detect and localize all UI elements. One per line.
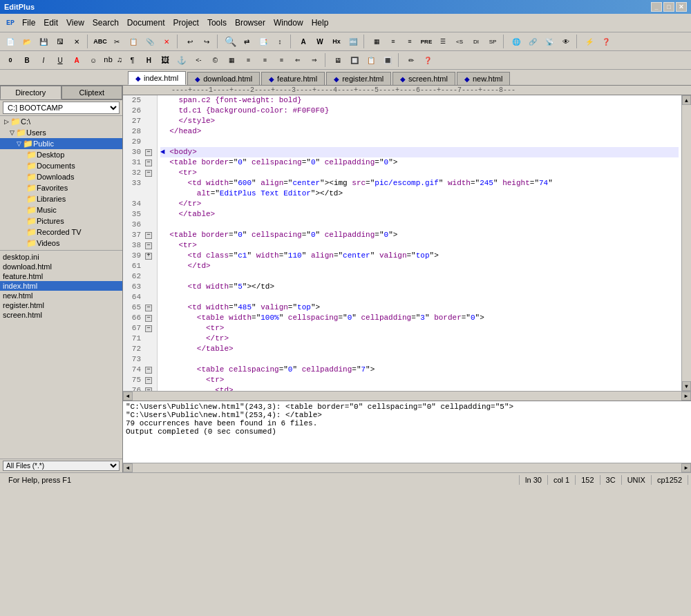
code-lines[interactable]: span.c2 {font-weight: bold} td.c1 {backg… [158,95,681,391]
findfile-button[interactable]: 📑 [256,34,271,49]
open-button[interactable]: 📂 [19,34,35,49]
sidebar-tab-directory[interactable]: Directory [0,86,61,99]
tb2-x2[interactable]: ❓ [420,52,435,68]
tb2-al3[interactable]: ≡ [274,52,289,68]
spellcheck-button[interactable]: ABC [93,34,108,49]
fold-btn-38[interactable]: − [144,242,153,249]
output-scroll-right[interactable]: ► [681,463,691,472]
tb2-al2[interactable]: ≡ [257,52,272,68]
find-button[interactable]: 🔍 [223,34,238,49]
tb2-img[interactable]: 🖼 [158,52,173,68]
script-button[interactable]: <S [452,34,467,49]
replace-button[interactable]: ⇄ [239,34,254,49]
goto-button[interactable]: ↕ [272,34,287,49]
save-all-button[interactable]: 🖫 [53,34,68,49]
file-filter-dropdown[interactable]: All Files (*.*) [3,461,120,471]
undo-button[interactable]: ↩ [182,34,198,49]
tab-download-html[interactable]: ◆ download.html [187,72,260,85]
para-btn[interactable]: ¶ [124,52,140,68]
fold-btn-74[interactable]: − [144,367,153,374]
redo-button[interactable]: ↪ [199,34,214,49]
fold-btn-67[interactable]: − [144,325,153,332]
drive-dropdown[interactable]: C:] BOOTCAMP [3,102,120,114]
menu-edit[interactable]: Edit [39,17,62,29]
sidebar-tab-cliptext[interactable]: Cliptext [61,86,123,99]
output-scroll-left[interactable]: ◄ [123,463,133,472]
output-panel[interactable]: "C:\Users\Public\new.html"(243,3): <tabl… [123,401,691,463]
tab-new-html[interactable]: ◆ new.html [457,72,510,85]
tree-item-downloads[interactable]: 📁 Downloads [0,171,122,182]
underline-format[interactable]: U [53,52,68,68]
view-btn[interactable]: 👁 [558,34,574,49]
fold-btn-31[interactable]: − [144,160,153,166]
tb2-view4[interactable]: 🔳 [380,52,395,68]
format4-button[interactable]: 🔤 [346,34,361,49]
maximize-button[interactable]: □ [663,2,674,12]
menu-tools[interactable]: Tools [203,17,231,29]
align2-button[interactable]: ≡ [402,34,417,49]
tree-item-public[interactable]: ▽ 📁 Public [0,138,122,149]
tree-item-videos[interactable]: 📁 Videos [0,238,122,249]
file-item-registerhtml[interactable]: register.html [0,300,122,310]
menu-help[interactable]: Help [307,17,333,29]
fold-btn-37[interactable]: − [144,232,153,239]
close-button2[interactable]: ✕ [69,34,84,49]
file-item-downloadhtml[interactable]: download.html [0,262,122,271]
tab-feature-html[interactable]: ◆ feature.html [261,72,325,85]
font-color[interactable]: A [69,52,84,68]
file-item-newhtml[interactable]: new.html [0,291,122,300]
scroll-right-button[interactable]: ► [681,392,691,401]
fold-btn-39[interactable]: + [144,253,153,260]
copy-button[interactable]: 📋 [126,34,141,49]
tree-item-favorites[interactable]: 📁 Favorites [0,182,122,193]
tree-item-libraries[interactable]: 📁 Libraries [0,193,122,204]
paste-button[interactable]: 📎 [142,34,158,49]
browser-btn1[interactable]: 🌐 [509,34,524,49]
ftp-button[interactable]: 📡 [542,34,557,49]
tab-screen-html[interactable]: ◆ screen.html [392,72,455,85]
left-btn[interactable]: <- [191,52,206,68]
tb2-view2[interactable]: 🔲 [347,52,362,68]
save-button[interactable]: 💾 [36,34,51,49]
fold-btn-65[interactable]: − [144,305,153,311]
delete-button[interactable]: ✕ [159,34,174,49]
file-item-featurehtml[interactable]: feature.html [0,271,122,281]
menu-project[interactable]: Project [169,17,203,29]
tb2-view1[interactable]: 🖥 [330,52,346,68]
tree-item-c[interactable]: ▷ 📁 C:\ [0,116,122,127]
tb2-indent[interactable]: ⇒ [307,52,322,68]
tree-item-music[interactable]: 📁 Music [0,204,122,215]
file-item-screenhtml[interactable]: screen.html [0,310,122,320]
fold-btn-75[interactable]: − [144,377,153,384]
tree-item-recordedtv[interactable]: 📁 Recorded TV [0,227,122,238]
extra-btn2[interactable]: ❓ [598,34,614,49]
menu-browser[interactable]: Browser [231,17,269,29]
tab-index-html[interactable]: ◆ index.html [128,71,186,85]
menu-window[interactable]: Window [269,17,307,29]
format3-button[interactable]: Hx [329,34,344,49]
tree-item-pictures[interactable]: 📁 Pictures [0,215,122,227]
browser-btn2[interactable]: 🔗 [525,34,540,49]
scroll-left-button[interactable]: ◄ [123,392,133,401]
heading-btn[interactable]: H [141,52,156,68]
tb2-view3[interactable]: 📋 [363,52,379,68]
fold-btn-30[interactable]: − [144,149,153,156]
tb2-btn1[interactable]: 0 [3,52,18,68]
table-button[interactable]: ▦ [369,34,384,49]
tb2-tbl[interactable]: ▦ [224,52,239,68]
tb2-outdent[interactable]: ⇐ [290,52,305,68]
file-item-indexhtml[interactable]: index.html [0,281,122,291]
scroll-down-button[interactable]: ▼ [682,381,691,391]
scroll-up-button[interactable]: ▲ [682,95,691,105]
tb2-x1[interactable]: ✏ [404,52,419,68]
tree-item-desktop[interactable]: 📁 Desktop [0,149,122,160]
tab-register-html[interactable]: ◆ register.html [326,72,391,85]
menu-document[interactable]: Document [123,17,169,29]
pre-button[interactable]: PRE [419,34,434,49]
tree-item-users[interactable]: ▽ 📁 Users [0,127,122,138]
spec-btn[interactable]: © [207,52,223,68]
menu-search[interactable]: Search [88,17,123,29]
menu-view[interactable]: View [62,17,88,29]
tb2-al[interactable]: ≡ [240,52,256,68]
file-item-desktopini[interactable]: desktop.ini [0,252,122,262]
